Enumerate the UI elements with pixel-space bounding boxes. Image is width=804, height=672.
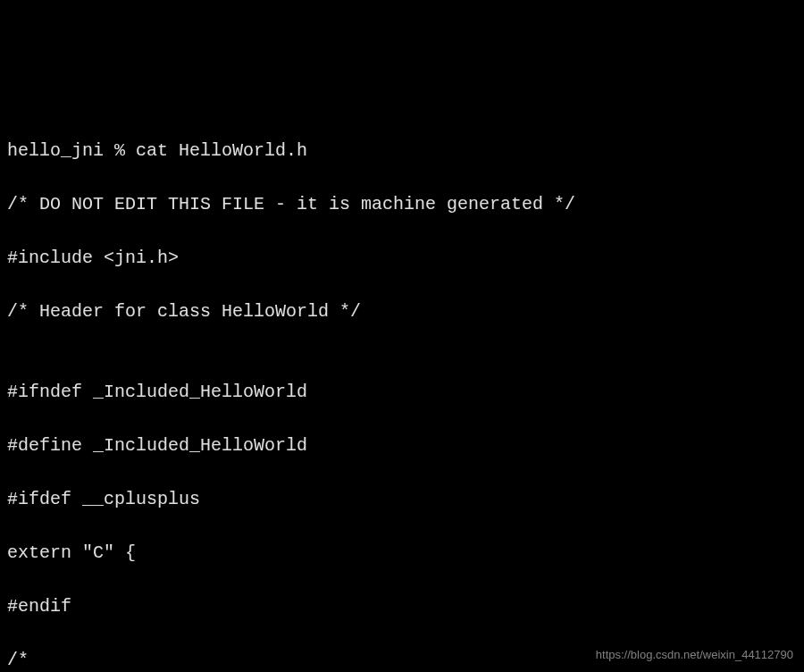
terminal-line: /* Header for class HelloWorld */: [7, 298, 797, 325]
terminal-line: #endif: [7, 593, 797, 620]
terminal-line: extern "C" {: [7, 540, 797, 567]
terminal-line: #define _Included_HelloWorld: [7, 433, 797, 459]
terminal-line: #ifdef __cplusplus: [7, 486, 797, 513]
terminal-line: hello_jni % cat HelloWorld.h: [7, 138, 797, 164]
terminal-line: #include <jni.h>: [7, 245, 797, 272]
terminal-line: /* DO NOT EDIT THIS FILE - it is machine…: [7, 191, 797, 218]
watermark-text: https://blog.csdn.net/weixin_44112790: [596, 646, 793, 664]
terminal-output: hello_jni % cat HelloWorld.h /* DO NOT E…: [7, 111, 797, 672]
terminal-line: #ifndef _Included_HelloWorld: [7, 379, 797, 406]
